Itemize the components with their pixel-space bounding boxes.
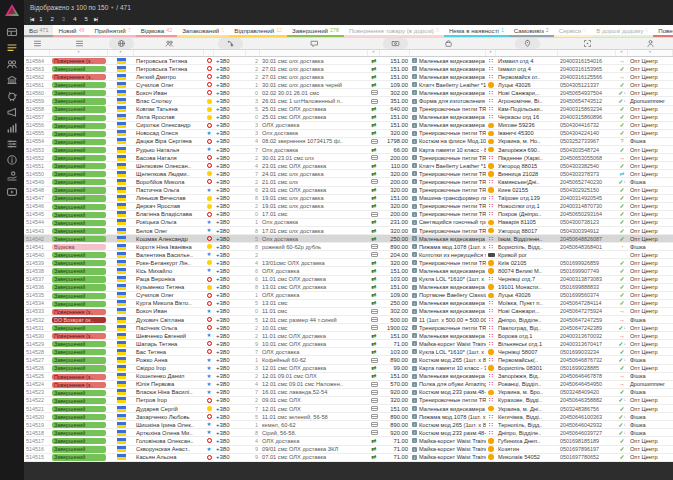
filter-city[interactable] bbox=[496, 50, 558, 56]
filter-product[interactable] bbox=[410, 50, 486, 56]
delivered-check-icon: ✓ bbox=[619, 389, 624, 395]
column-header-city[interactable] bbox=[496, 38, 558, 49]
sidebar-item-info[interactable] bbox=[6, 154, 19, 167]
filter-payment[interactable]: ▼ bbox=[368, 50, 380, 56]
cell-delivery-status: ✓ bbox=[616, 276, 628, 282]
tab-Запакований[interactable]: Запакований1 bbox=[177, 25, 229, 37]
cell-phone: +380 bbox=[214, 97, 246, 105]
sidebar-item-hand-coin[interactable] bbox=[6, 170, 19, 183]
column-header-id[interactable] bbox=[24, 38, 50, 49]
column-header-status[interactable] bbox=[50, 38, 108, 49]
sidebar-item-piggy-bank[interactable] bbox=[6, 90, 19, 103]
cell-delivery-status: ✓ bbox=[616, 236, 628, 242]
cell-call-count: 3 bbox=[246, 129, 260, 137]
cell-status: Завершений bbox=[50, 146, 108, 154]
column-header-comment[interactable] bbox=[260, 38, 368, 49]
column-header-payment[interactable] bbox=[368, 38, 380, 49]
status-badge: Повернення (з.. bbox=[52, 309, 106, 315]
column-header-ttn[interactable] bbox=[558, 38, 616, 49]
column-header-carrier[interactable] bbox=[486, 38, 496, 49]
cell-carrier bbox=[486, 349, 496, 355]
filter-operator[interactable] bbox=[204, 50, 214, 56]
vodafone-icon bbox=[207, 317, 212, 322]
kyivstar-icon: ★ bbox=[207, 252, 212, 257]
cell-client-name: Рокіцька Ольга bbox=[134, 218, 204, 226]
tab-Повернення товару (в дорозі)[interactable]: Повернення товару (в дорозі)0 bbox=[344, 25, 444, 37]
cell-carrier: ∷ bbox=[486, 66, 496, 72]
person-icon bbox=[646, 39, 655, 48]
column-header-client[interactable] bbox=[134, 38, 204, 49]
cell-tracking-number: 20400316153965 bbox=[558, 65, 616, 73]
column-header-country[interactable] bbox=[108, 38, 134, 49]
sidebar-item-chart[interactable] bbox=[6, 122, 19, 135]
tab-Завершений[interactable]: Завершений278 bbox=[287, 25, 344, 37]
last-page-button[interactable]: ▶| bbox=[94, 16, 97, 22]
cell-status: Повернення (з.. bbox=[50, 73, 108, 81]
sidebar-item-clients[interactable] bbox=[6, 58, 19, 71]
filter-delivery-status[interactable]: ▼ bbox=[616, 50, 628, 56]
filter-comment[interactable] bbox=[260, 50, 368, 56]
filter-status[interactable]: ▼ bbox=[50, 50, 108, 56]
cell-phone: +380 bbox=[214, 291, 246, 299]
page-size-dropdown-icon[interactable]: ▼ bbox=[110, 5, 114, 10]
kyivstar-icon: ★ bbox=[207, 447, 212, 452]
column-header-amount[interactable] bbox=[380, 38, 410, 49]
cell-tracking-number: 0504300394912 bbox=[558, 227, 616, 235]
cell-country bbox=[108, 130, 134, 136]
cell-tracking-number: 20450646039727 bbox=[558, 429, 616, 437]
cell-amount: 71.00 bbox=[380, 453, 410, 461]
cell-city: Губиниха Днеп.. bbox=[496, 437, 558, 445]
filter-ttn[interactable] bbox=[558, 50, 616, 56]
cell-client-name: Шевченко Евгений bbox=[134, 332, 204, 340]
sidebar-item-sliders[interactable] bbox=[6, 138, 19, 151]
tab-Самовивіз[interactable]: Самовивіз2 bbox=[509, 25, 554, 37]
filter-calls[interactable] bbox=[246, 50, 260, 56]
sidebar-item-video[interactable] bbox=[6, 186, 19, 199]
column-header-operator[interactable] bbox=[204, 38, 214, 49]
tab-label: Всі bbox=[29, 27, 38, 34]
filter-amount[interactable] bbox=[380, 50, 410, 56]
column-header-product[interactable] bbox=[410, 38, 486, 49]
sidebar-item-megaphone[interactable] bbox=[6, 106, 19, 119]
cell-client-name: Касьян Альона bbox=[134, 453, 204, 461]
nova-poshta-icon: ∷ bbox=[489, 236, 493, 242]
filter-country[interactable]: ▼ bbox=[108, 50, 134, 56]
tab-Нема в наявності[interactable]: Нема в наявності1 bbox=[444, 25, 509, 37]
page-button-5[interactable]: 5 bbox=[83, 16, 90, 22]
first-page-button[interactable]: |◀ bbox=[30, 16, 33, 22]
cell-carrier bbox=[486, 228, 496, 234]
table-row[interactable]: 514541ВідмоваКоротя Ніна Іванівна+3808ро… bbox=[24, 243, 673, 251]
page-button-4[interactable]: 4 bbox=[71, 16, 78, 22]
tab-Відмова[interactable]: Відмова42 bbox=[136, 25, 177, 37]
tab-Повернення[interactable]: Повернення bbox=[653, 25, 673, 37]
table-row[interactable]: 514515ЗавершенийКасьян Альона+380907.01 … bbox=[24, 454, 673, 462]
cell-payment: ⇄ bbox=[368, 122, 380, 128]
tab-Новий[interactable]: Новий48 bbox=[53, 25, 89, 37]
sidebar-item-bank[interactable] bbox=[6, 74, 19, 87]
tab-Відправлений[interactable]: Відправлений12 bbox=[229, 25, 287, 37]
cell-carrier: ∷ bbox=[486, 333, 496, 339]
sidebar-item-orders[interactable] bbox=[6, 42, 19, 55]
tab-Прийнятий[interactable]: Прийнятий7 bbox=[89, 25, 135, 37]
cell-order-id: 514522 bbox=[24, 396, 50, 404]
tab-Сервіси[interactable]: Сервіси0 bbox=[554, 25, 592, 37]
column-header-phone[interactable] bbox=[214, 38, 246, 49]
page-button-1[interactable]: 1 bbox=[37, 16, 44, 22]
delivered-check-icon: ✓ bbox=[619, 365, 624, 371]
cell-carrier: ∷ bbox=[486, 98, 496, 104]
page-button-2[interactable]: 2 bbox=[49, 16, 56, 22]
column-header-calls[interactable] bbox=[246, 38, 260, 49]
filter-client[interactable] bbox=[134, 50, 204, 56]
sidebar-item-dashboard[interactable] bbox=[6, 26, 19, 39]
column-header-delivery-status[interactable] bbox=[616, 38, 628, 49]
filter-channel[interactable]: ▼ bbox=[628, 50, 673, 56]
tab-В дорозі додому[interactable]: В дорозі додому0 bbox=[591, 25, 653, 37]
tab-Всі[interactable]: Всі471 bbox=[24, 25, 53, 37]
column-header-channel[interactable] bbox=[628, 38, 673, 49]
filter-phone[interactable] bbox=[214, 50, 246, 56]
filter-id[interactable] bbox=[24, 50, 50, 56]
page-button-3[interactable]: 3 bbox=[60, 16, 67, 22]
cell-carrier bbox=[486, 446, 496, 452]
filter-carrier[interactable]: ▼ bbox=[486, 50, 496, 56]
cell-client-name: Скворунская Анаст.. bbox=[134, 445, 204, 453]
